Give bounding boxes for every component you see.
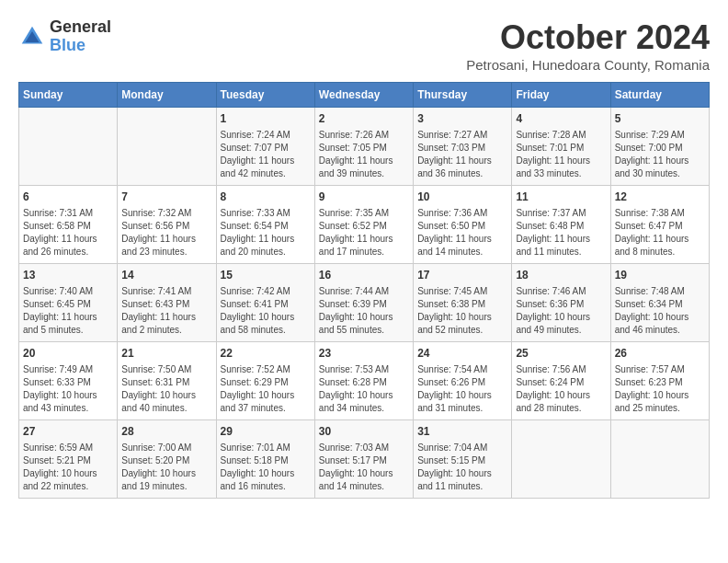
day-cell: 18Sunrise: 7:46 AMSunset: 6:36 PMDayligh… <box>512 264 610 342</box>
day-cell: 2Sunrise: 7:26 AMSunset: 7:05 PMDaylight… <box>314 108 413 186</box>
day-number: 29 <box>221 424 311 440</box>
day-info: Sunrise: 7:52 AMSunset: 6:29 PMDaylight:… <box>221 363 311 415</box>
day-number: 31 <box>417 424 507 440</box>
week-row-4: 20Sunrise: 7:49 AMSunset: 6:33 PMDayligh… <box>19 342 710 420</box>
week-row-1: 1Sunrise: 7:24 AMSunset: 7:07 PMDaylight… <box>19 108 710 186</box>
day-cell: 4Sunrise: 7:28 AMSunset: 7:01 PMDaylight… <box>512 108 610 186</box>
day-cell <box>512 420 610 499</box>
day-cell: 22Sunrise: 7:52 AMSunset: 6:29 PMDayligh… <box>216 342 314 420</box>
day-info: Sunrise: 7:31 AMSunset: 6:58 PMDaylight:… <box>23 207 113 259</box>
day-info: Sunrise: 7:40 AMSunset: 6:45 PMDaylight:… <box>23 285 113 337</box>
day-info: Sunrise: 7:42 AMSunset: 6:41 PMDaylight:… <box>221 285 311 337</box>
day-number: 15 <box>221 268 311 283</box>
day-number: 5 <box>615 111 705 127</box>
calendar-title: October 2024 <box>466 18 710 57</box>
day-info: Sunrise: 7:32 AMSunset: 6:56 PMDaylight:… <box>121 207 211 259</box>
header: General Blue October 2024 Petrosani, Hun… <box>18 18 710 73</box>
day-cell: 1Sunrise: 7:24 AMSunset: 7:07 PMDaylight… <box>216 108 314 186</box>
day-number: 27 <box>23 424 113 440</box>
day-number: 24 <box>417 346 507 362</box>
day-cell: 15Sunrise: 7:42 AMSunset: 6:41 PMDayligh… <box>216 264 314 342</box>
day-cell: 21Sunrise: 7:50 AMSunset: 6:31 PMDayligh… <box>118 342 216 420</box>
day-cell: 25Sunrise: 7:56 AMSunset: 6:24 PMDayligh… <box>512 342 610 420</box>
day-cell: 24Sunrise: 7:54 AMSunset: 6:26 PMDayligh… <box>414 342 512 420</box>
header-cell-tuesday: Tuesday <box>216 83 314 108</box>
day-number: 10 <box>417 190 507 205</box>
calendar-subtitle: Petrosani, Hunedoara County, Romania <box>466 57 710 73</box>
day-number: 9 <box>319 190 409 205</box>
day-number: 25 <box>516 346 606 362</box>
day-number: 1 <box>221 111 311 127</box>
day-number: 17 <box>417 268 507 283</box>
day-number: 2 <box>319 111 409 127</box>
header-cell-friday: Friday <box>512 83 610 108</box>
day-number: 19 <box>615 268 705 283</box>
header-cell-saturday: Saturday <box>610 83 709 108</box>
day-info: Sunrise: 7:41 AMSunset: 6:43 PMDaylight:… <box>121 285 211 337</box>
day-cell: 16Sunrise: 7:44 AMSunset: 6:39 PMDayligh… <box>314 264 413 342</box>
logo-text: General Blue <box>50 18 111 55</box>
day-cell: 8Sunrise: 7:33 AMSunset: 6:54 PMDaylight… <box>216 186 314 264</box>
header-cell-monday: Monday <box>118 83 216 108</box>
day-info: Sunrise: 7:35 AMSunset: 6:52 PMDaylight:… <box>319 207 409 259</box>
day-info: Sunrise: 7:04 AMSunset: 5:15 PMDaylight:… <box>417 442 507 493</box>
day-cell: 5Sunrise: 7:29 AMSunset: 7:00 PMDaylight… <box>610 108 709 186</box>
header-cell-wednesday: Wednesday <box>314 83 413 108</box>
day-cell: 14Sunrise: 7:41 AMSunset: 6:43 PMDayligh… <box>118 264 216 342</box>
header-cell-thursday: Thursday <box>414 83 512 108</box>
day-info: Sunrise: 7:24 AMSunset: 7:07 PMDaylight:… <box>221 129 311 180</box>
day-number: 7 <box>121 190 211 205</box>
day-number: 8 <box>221 190 311 205</box>
day-cell: 19Sunrise: 7:48 AMSunset: 6:34 PMDayligh… <box>610 264 709 342</box>
day-number: 21 <box>121 346 211 362</box>
day-cell: 31Sunrise: 7:04 AMSunset: 5:15 PMDayligh… <box>414 420 512 499</box>
day-number: 26 <box>615 346 705 362</box>
day-cell: 13Sunrise: 7:40 AMSunset: 6:45 PMDayligh… <box>19 264 118 342</box>
logo-icon <box>18 23 46 51</box>
header-row: SundayMondayTuesdayWednesdayThursdayFrid… <box>19 83 710 108</box>
day-number: 22 <box>221 346 311 362</box>
day-info: Sunrise: 7:03 AMSunset: 5:17 PMDaylight:… <box>319 442 409 493</box>
week-row-2: 6Sunrise: 7:31 AMSunset: 6:58 PMDaylight… <box>19 186 710 264</box>
day-cell: 17Sunrise: 7:45 AMSunset: 6:38 PMDayligh… <box>414 264 512 342</box>
day-info: Sunrise: 7:57 AMSunset: 6:23 PMDaylight:… <box>615 363 705 415</box>
day-cell: 3Sunrise: 7:27 AMSunset: 7:03 PMDaylight… <box>414 108 512 186</box>
day-cell <box>610 420 709 499</box>
day-info: Sunrise: 7:28 AMSunset: 7:01 PMDaylight:… <box>516 129 606 180</box>
week-row-3: 13Sunrise: 7:40 AMSunset: 6:45 PMDayligh… <box>19 264 710 342</box>
day-info: Sunrise: 7:44 AMSunset: 6:39 PMDaylight:… <box>319 285 409 337</box>
day-cell: 6Sunrise: 7:31 AMSunset: 6:58 PMDaylight… <box>19 186 118 264</box>
day-number: 12 <box>615 190 705 205</box>
day-info: Sunrise: 7:37 AMSunset: 6:48 PMDaylight:… <box>516 207 606 259</box>
day-number: 13 <box>23 268 113 283</box>
day-info: Sunrise: 7:49 AMSunset: 6:33 PMDaylight:… <box>23 363 113 415</box>
day-cell: 12Sunrise: 7:38 AMSunset: 6:47 PMDayligh… <box>610 186 709 264</box>
day-cell: 20Sunrise: 7:49 AMSunset: 6:33 PMDayligh… <box>19 342 118 420</box>
day-info: Sunrise: 7:48 AMSunset: 6:34 PMDaylight:… <box>615 285 705 337</box>
week-row-5: 27Sunrise: 6:59 AMSunset: 5:21 PMDayligh… <box>19 420 710 499</box>
day-cell <box>118 108 216 186</box>
day-cell: 26Sunrise: 7:57 AMSunset: 6:23 PMDayligh… <box>610 342 709 420</box>
day-info: Sunrise: 7:00 AMSunset: 5:20 PMDaylight:… <box>121 442 211 493</box>
day-cell: 29Sunrise: 7:01 AMSunset: 5:18 PMDayligh… <box>216 420 314 499</box>
day-info: Sunrise: 7:33 AMSunset: 6:54 PMDaylight:… <box>221 207 311 259</box>
day-number: 3 <box>417 111 507 127</box>
day-number: 20 <box>23 346 113 362</box>
calendar-table: SundayMondayTuesdayWednesdayThursdayFrid… <box>18 82 710 499</box>
day-cell: 27Sunrise: 6:59 AMSunset: 5:21 PMDayligh… <box>19 420 118 499</box>
day-number: 16 <box>319 268 409 283</box>
day-cell: 23Sunrise: 7:53 AMSunset: 6:28 PMDayligh… <box>314 342 413 420</box>
title-area: October 2024 Petrosani, Hunedoara County… <box>466 18 710 73</box>
day-info: Sunrise: 7:54 AMSunset: 6:26 PMDaylight:… <box>417 363 507 415</box>
day-cell <box>19 108 118 186</box>
day-cell: 7Sunrise: 7:32 AMSunset: 6:56 PMDaylight… <box>118 186 216 264</box>
day-number: 23 <box>319 346 409 362</box>
day-info: Sunrise: 7:27 AMSunset: 7:03 PMDaylight:… <box>417 129 507 180</box>
day-info: Sunrise: 7:56 AMSunset: 6:24 PMDaylight:… <box>516 363 606 415</box>
day-info: Sunrise: 7:46 AMSunset: 6:36 PMDaylight:… <box>516 285 606 337</box>
day-info: Sunrise: 6:59 AMSunset: 5:21 PMDaylight:… <box>23 442 113 493</box>
header-cell-sunday: Sunday <box>19 83 118 108</box>
day-cell: 9Sunrise: 7:35 AMSunset: 6:52 PMDaylight… <box>314 186 413 264</box>
day-number: 6 <box>23 190 113 205</box>
day-cell: 11Sunrise: 7:37 AMSunset: 6:48 PMDayligh… <box>512 186 610 264</box>
